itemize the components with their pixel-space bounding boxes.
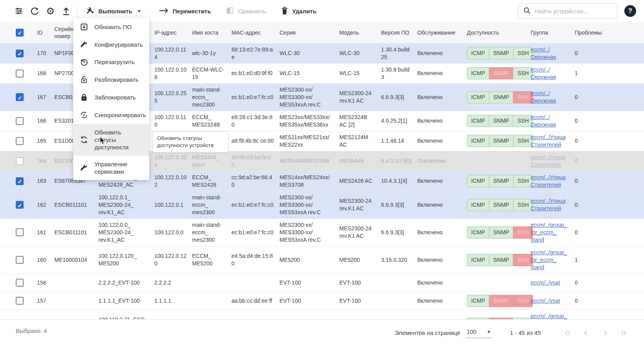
header-group[interactable]: Группа (531, 22, 575, 43)
menu-item-3[interactable]: Перезагрузить (73, 53, 149, 71)
help-button[interactable]: ? (624, 5, 636, 17)
group-link[interactable]: eccm/​../​group_​for_​eccm_​stand (531, 249, 567, 270)
arrow-right-icon (159, 7, 169, 15)
cell-series: MES2300-xx/​MES3300-xx/​MES53xxA rev.C (279, 83, 339, 111)
row-checkbox[interactable] (16, 137, 24, 145)
table-row[interactable]: 162 ESCB011101 100.122.0.1_​MES2300-24_​… (0, 191, 644, 219)
table-row[interactable]: 157 1.1.1.1_​EVT-100 1.1.1.1 aa:bb:cc:dd… (0, 292, 644, 310)
cell-name: 100.122.0.120_​ME5200 (98, 246, 154, 274)
prev-page-icon[interactable] (582, 329, 590, 337)
cell-ip: 100.122.0.110 (154, 111, 192, 131)
group-link[interactable]: eccm/​../​vsat (531, 279, 560, 286)
menu-item-1[interactable]: Обновить ПО (73, 18, 149, 36)
header-mac[interactable]: MAC-адрес (231, 22, 279, 43)
table-row[interactable]: 156 100.110.2.71_​ESR-100 100.110.2.71 E… (0, 310, 644, 319)
execute-button[interactable]: Выполнить ▼ (81, 3, 147, 19)
cell-host: main-stand-eccm_​mes2300 (192, 191, 231, 219)
row-checkbox[interactable] (16, 70, 24, 77)
cell-service: Включено (417, 111, 467, 131)
row-checkbox[interactable] (16, 201, 24, 209)
header-ip[interactable]: IP-адрес (154, 22, 192, 43)
group-link[interactable]: eccm/​../​group_​for_​eccm_​stand (531, 222, 567, 243)
group-link[interactable]: eccm/​../​Окружная (531, 114, 556, 128)
group-link[interactable]: eccm/​../​Улица Строителей (531, 174, 566, 188)
menu-item-5[interactable]: Заблокировать (73, 88, 149, 106)
cell-id: 163 (37, 171, 54, 191)
per-page-select[interactable]: 100 ▼ (466, 327, 492, 338)
cell-availability: ICMPSNMPSSH (467, 292, 531, 310)
menu-item-6[interactable]: Синхронизировать (73, 106, 149, 124)
cell-service: Включено (417, 292, 467, 310)
cell-series: MES2300-xx/​MES3300-xx/​MES53xxA rev.C (279, 219, 339, 246)
menu-item-label: Заблокировать (94, 94, 136, 101)
row-checkbox[interactable] (16, 117, 24, 125)
cell-problems: 0 (575, 111, 644, 131)
cell-series: EVT-100 (279, 274, 339, 292)
next-page-icon[interactable] (601, 329, 609, 337)
snmp-status-badge: SNMP (489, 91, 513, 103)
first-page-icon[interactable] (563, 329, 572, 337)
cell-problems: 1 (575, 63, 644, 83)
menu-item-8[interactable]: Управление сервисами (73, 156, 149, 180)
last-page-icon[interactable] (620, 329, 628, 337)
row-checkbox[interactable] (16, 297, 24, 305)
cell-problems: 1 (575, 246, 644, 274)
header-id[interactable]: ID (37, 22, 54, 43)
header-problems[interactable]: Проблемы (575, 22, 644, 43)
header-host[interactable]: Имя хоста (192, 22, 231, 43)
cell-ip: 100.122.0.114 (154, 43, 192, 63)
row-checkbox[interactable] (16, 279, 24, 287)
cell-service: Включено (417, 274, 467, 292)
cell-ip: 2.2.2.2 (154, 274, 192, 292)
header-version[interactable]: Версия ПО (381, 22, 417, 43)
group-link[interactable]: eccm/​../​Окружная (531, 46, 556, 60)
menu-item-2[interactable]: Конфигурировать (73, 36, 149, 53)
row-checkbox[interactable] (16, 256, 24, 264)
ssh-status-badge: SSH (513, 226, 533, 239)
menu-item-4[interactable]: Разблокировать (73, 71, 149, 88)
filter-icon[interactable] (11, 3, 27, 19)
cell-model: ESR-100 (339, 310, 381, 319)
group-link[interactable]: eccm/​../​Окружная (531, 90, 556, 104)
availability-badges: ICMPSNMPSSH (467, 91, 533, 103)
selected-count: Выбрано: 4 (16, 327, 47, 334)
group-link[interactable]: eccm/​../​Улица Строителей (531, 198, 566, 211)
row-checkbox[interactable] (16, 50, 24, 57)
cell-version: 1.30.8 build 3 (381, 63, 417, 83)
cell-service: Включено (417, 246, 467, 274)
header-series[interactable]: Серия (279, 22, 339, 43)
row-checkbox[interactable] (16, 157, 24, 165)
cell-availability: ICMPSNMPSSH (467, 171, 531, 191)
group-link[interactable]: eccm/​../​group_​for_​fake_​device (531, 313, 567, 320)
row-checkbox[interactable] (16, 93, 24, 101)
row-checkbox[interactable] (16, 177, 24, 185)
cell-id: 161 (37, 219, 54, 246)
cell-name: 100.110.2.71_​ESR-100 (98, 310, 154, 319)
cell-series: MES14xx/​MES24xx/​MES3708 (279, 171, 339, 191)
upload-icon[interactable] (58, 3, 74, 19)
group-link[interactable]: eccm/​../​Улица Строителей (531, 134, 566, 148)
gear-icon[interactable]: ⚙ (43, 3, 58, 19)
row-checkbox[interactable] (16, 228, 24, 236)
table-row[interactable]: 161 ESCB011101 100.122.0.0_​MES2300-24_​… (0, 219, 644, 246)
header-service[interactable]: Обслуживание (417, 22, 467, 43)
icmp-status-badge: ICMP (467, 67, 489, 79)
move-button[interactable]: Переместить (153, 3, 217, 19)
header-model[interactable]: Модель (339, 22, 381, 43)
header-availability[interactable]: Доступность (467, 22, 531, 43)
group-link[interactable]: eccm/​../​Окружная (531, 66, 556, 80)
cell-id: 165 (37, 131, 54, 151)
select-all-checkbox[interactable] (16, 29, 24, 37)
cell-group: eccm/​../​Улица Строителей (531, 151, 575, 171)
search-input[interactable] (535, 8, 612, 15)
menu-item-7[interactable]: Обновить статусы доступности (73, 124, 149, 156)
refresh-icon[interactable] (27, 3, 43, 19)
group-link[interactable]: eccm/​../​vsat (531, 298, 560, 304)
group-link[interactable]: eccm/​../​Улица Строителей (531, 154, 566, 168)
cell-model: MES5448 (339, 151, 381, 171)
delete-button[interactable]: Удалить (276, 3, 322, 19)
cell-host: main-stand-eccm_​mes2300 (192, 219, 231, 246)
table-row[interactable]: 158 2.2.2.2_​EVT-100 2.2.2.2 EVT-100 EVT… (0, 274, 644, 292)
cell-mac: ec:b1:e0:e7:fc:c0 (231, 83, 279, 111)
table-row[interactable]: 160 ME10000104 100.122.0.120_​ME5200 100… (0, 246, 644, 274)
